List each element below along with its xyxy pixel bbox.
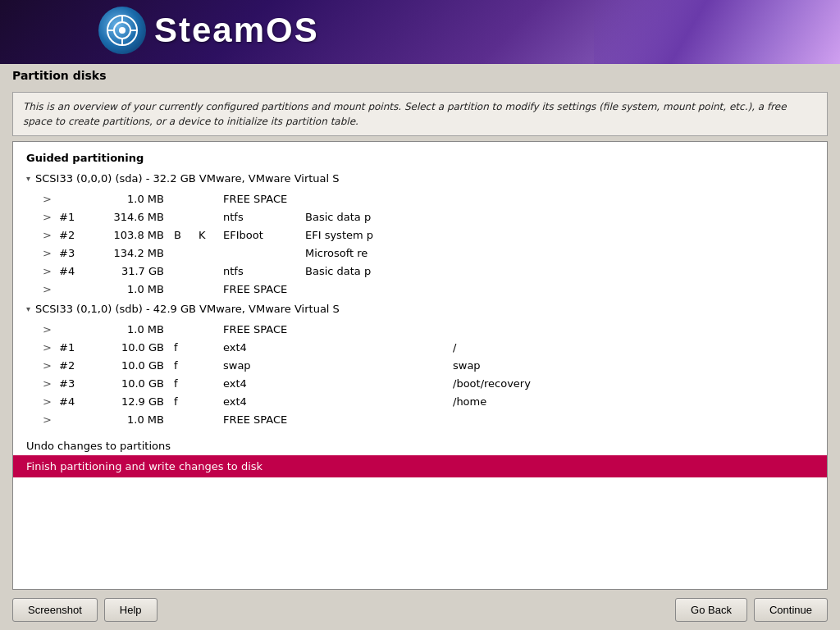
- sdb-freespace-2[interactable]: > 1.0 MB FREE SPACE: [13, 410, 827, 428]
- steam-icon: [98, 7, 146, 54]
- disk-sda-label: SCSI33 (0,0,0) (sda) - 32.2 GB VMware, V…: [35, 172, 340, 185]
- right-buttons: Go Back Continue: [675, 598, 828, 622]
- app-title: SteamOS: [154, 11, 319, 50]
- left-buttons: Screenshot Help: [12, 598, 158, 622]
- sdb-part2[interactable]: > #2 10.0 GB f swap swap: [13, 356, 827, 374]
- finish-partitioning-row[interactable]: Finish partitioning and write changes to…: [13, 455, 827, 477]
- button-bar: Screenshot Help Go Back Continue: [0, 590, 840, 630]
- sda-part2[interactable]: > #2 103.8 MB B K EFIboot EFI system p: [13, 226, 827, 244]
- disk-sdb-header[interactable]: ▾ SCSI33 (0,1,0) (sdb) - 42.9 GB VMware,…: [13, 298, 827, 320]
- sda-freespace-1[interactable]: > 1.0 MB FREE SPACE: [13, 189, 827, 208]
- undo-changes-row[interactable]: Undo changes to partitions: [13, 436, 827, 455]
- disk-sda-header[interactable]: ▾ SCSI33 (0,0,0) (sda) - 32.2 GB VMware,…: [13, 167, 827, 189]
- header-banner: SteamOS: [0, 0, 840, 64]
- sdb-part1[interactable]: > #1 10.0 GB f ext4 /: [13, 338, 827, 356]
- steam-logo: SteamOS: [98, 7, 319, 54]
- sdb-part3[interactable]: > #3 10.0 GB f ext4 /boot/recovery: [13, 374, 827, 392]
- info-box: This is an overview of your currently co…: [12, 92, 828, 136]
- chevron-down-icon: ▾: [26, 304, 30, 313]
- guided-partitioning-label[interactable]: Guided partitioning: [13, 148, 827, 167]
- sdb-part4[interactable]: > #4 12.9 GB f ext4 /home: [13, 392, 827, 410]
- page-title: Partition disks: [0, 64, 840, 87]
- sda-part3[interactable]: > #3 134.2 MB Microsoft re: [13, 244, 827, 262]
- main-content: Guided partitioning ▾ SCSI33 (0,0,0) (sd…: [12, 141, 828, 590]
- svg-point-2: [119, 27, 126, 34]
- go-back-button[interactable]: Go Back: [675, 598, 747, 622]
- sda-part1[interactable]: > #1 314.6 MB ntfs Basic data p: [13, 208, 827, 226]
- chevron-down-icon: ▾: [26, 174, 30, 183]
- sdb-freespace-1[interactable]: > 1.0 MB FREE SPACE: [13, 320, 827, 338]
- sda-part4[interactable]: > #4 31.7 GB ntfs Basic data p: [13, 262, 827, 280]
- separator: [13, 428, 827, 436]
- continue-button[interactable]: Continue: [754, 598, 828, 622]
- screenshot-button[interactable]: Screenshot: [12, 598, 98, 622]
- help-button[interactable]: Help: [104, 598, 158, 622]
- disk-sdb-label: SCSI33 (0,1,0) (sdb) - 42.9 GB VMware, V…: [35, 303, 340, 315]
- partition-table: Guided partitioning ▾ SCSI33 (0,0,0) (sd…: [13, 142, 827, 589]
- sda-freespace-2[interactable]: > 1.0 MB FREE SPACE: [13, 280, 827, 298]
